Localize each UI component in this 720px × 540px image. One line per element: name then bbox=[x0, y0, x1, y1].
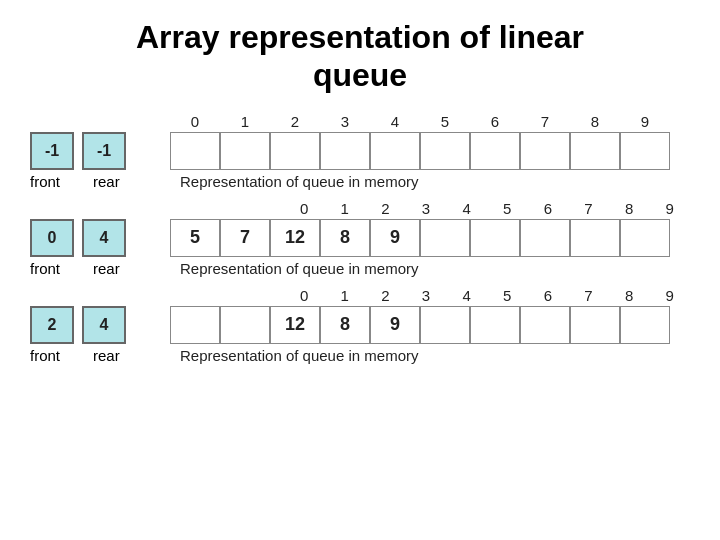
array-cell: 12 bbox=[270, 219, 320, 257]
cells-3: 1289 bbox=[170, 306, 670, 344]
array-cell bbox=[170, 306, 220, 344]
repr-label-1: Representation of queue in memory bbox=[180, 173, 418, 190]
index-row-1: 0123456789 bbox=[170, 113, 690, 130]
index-cell: 1 bbox=[324, 287, 365, 304]
array-cell bbox=[520, 306, 570, 344]
array-cell bbox=[470, 306, 520, 344]
index-cell: 9 bbox=[649, 287, 690, 304]
index-cell: 3 bbox=[406, 287, 447, 304]
index-cell: 7 bbox=[568, 200, 609, 217]
rear-label-2: rear bbox=[93, 260, 137, 277]
array-cell: 9 bbox=[370, 306, 420, 344]
index-cell: 4 bbox=[446, 287, 487, 304]
index-row-3: 0123456789 bbox=[170, 287, 690, 304]
array-row-2: 0 4 571289 bbox=[30, 219, 690, 257]
index-cell: 5 bbox=[487, 287, 528, 304]
labels-row-3: front rear Representation of queue in me… bbox=[30, 347, 690, 364]
index-cell: 5 bbox=[487, 200, 528, 217]
front-box-3: 2 bbox=[30, 306, 74, 344]
index-cell: 6 bbox=[470, 113, 520, 130]
cells-2: 571289 bbox=[170, 219, 670, 257]
array-cell: 7 bbox=[220, 219, 270, 257]
index-cell: 0 bbox=[284, 200, 325, 217]
label-group-3: 2 4 bbox=[30, 306, 170, 344]
array-row-1: -1 -1 bbox=[30, 132, 690, 170]
array-cell bbox=[420, 306, 470, 344]
index-cell: 0 bbox=[284, 287, 325, 304]
array-cell bbox=[570, 132, 620, 170]
index-cell: 1 bbox=[220, 113, 270, 130]
index-cell: 6 bbox=[528, 287, 569, 304]
array-cell bbox=[420, 219, 470, 257]
rear-box-1: -1 bbox=[82, 132, 126, 170]
front-label-2: front bbox=[30, 260, 85, 277]
front-box-2: 0 bbox=[30, 219, 74, 257]
index-cell: 7 bbox=[520, 113, 570, 130]
array-cell: 5 bbox=[170, 219, 220, 257]
index-cell: 4 bbox=[370, 113, 420, 130]
section-3: 0123456789 2 4 1289 front rear Represent… bbox=[30, 287, 690, 364]
front-box-1: -1 bbox=[30, 132, 74, 170]
array-cell bbox=[520, 219, 570, 257]
array-cell bbox=[370, 132, 420, 170]
index-cell: 4 bbox=[446, 200, 487, 217]
array-cell bbox=[570, 306, 620, 344]
section-2: 0123456789 0 4 571289 front rear Represe… bbox=[30, 200, 690, 277]
index-cell: 5 bbox=[420, 113, 470, 130]
array-cell bbox=[220, 306, 270, 344]
index-cell: 1 bbox=[324, 200, 365, 217]
front-label-3: front bbox=[30, 347, 85, 364]
array-cell bbox=[420, 132, 470, 170]
array-cell: 12 bbox=[270, 306, 320, 344]
section-1: 0123456789 -1 -1 front rear Representati… bbox=[30, 113, 690, 190]
index-row-2: 0123456789 bbox=[170, 200, 690, 217]
array-cell: 8 bbox=[320, 219, 370, 257]
array-cell bbox=[470, 219, 520, 257]
label-group-1: -1 -1 bbox=[30, 132, 170, 170]
array-cell bbox=[220, 132, 270, 170]
index-cell: 0 bbox=[170, 113, 220, 130]
repr-label-3: Representation of queue in memory bbox=[180, 347, 418, 364]
array-cell bbox=[520, 132, 570, 170]
array-cell bbox=[270, 132, 320, 170]
cells-1 bbox=[170, 132, 670, 170]
index-cell: 8 bbox=[570, 113, 620, 130]
index-cell: 2 bbox=[365, 200, 406, 217]
array-row-3: 2 4 1289 bbox=[30, 306, 690, 344]
front-label-1: front bbox=[30, 173, 85, 190]
index-cell: 2 bbox=[270, 113, 320, 130]
index-cell: 6 bbox=[528, 200, 569, 217]
index-cell: 8 bbox=[609, 287, 650, 304]
repr-label-2: Representation of queue in memory bbox=[180, 260, 418, 277]
index-cell: 9 bbox=[620, 113, 670, 130]
array-cell bbox=[570, 219, 620, 257]
index-cell: 8 bbox=[609, 200, 650, 217]
array-cell bbox=[470, 132, 520, 170]
array-cell bbox=[320, 132, 370, 170]
rear-box-2: 4 bbox=[82, 219, 126, 257]
index-cell: 3 bbox=[320, 113, 370, 130]
array-cell: 9 bbox=[370, 219, 420, 257]
labels-row-2: front rear Representation of queue in me… bbox=[30, 260, 690, 277]
label-group-2: 0 4 bbox=[30, 219, 170, 257]
index-cell: 9 bbox=[649, 200, 690, 217]
rear-label-3: rear bbox=[93, 347, 137, 364]
array-cell bbox=[620, 306, 670, 344]
page: Array representation of linear queue 012… bbox=[0, 0, 720, 540]
rear-label-1: rear bbox=[93, 173, 137, 190]
rear-box-3: 4 bbox=[82, 306, 126, 344]
array-cell bbox=[620, 219, 670, 257]
index-cell: 2 bbox=[365, 287, 406, 304]
page-title: Array representation of linear queue bbox=[30, 18, 690, 95]
labels-row-1: front rear Representation of queue in me… bbox=[30, 173, 690, 190]
index-cell: 7 bbox=[568, 287, 609, 304]
array-cell: 8 bbox=[320, 306, 370, 344]
index-cell: 3 bbox=[406, 200, 447, 217]
array-cell bbox=[620, 132, 670, 170]
array-cell bbox=[170, 132, 220, 170]
